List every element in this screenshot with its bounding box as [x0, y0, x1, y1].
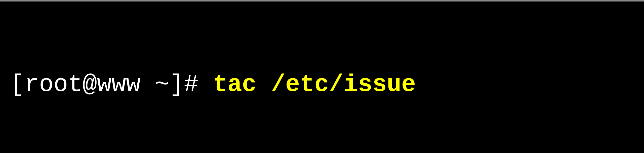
shell-prompt: [root@www ~]# — [10, 71, 198, 98]
command-text: tac /etc/issue — [213, 71, 416, 98]
terminal-window: [root@www ~]# tac /etc/issue Kernel \r o… — [10, 7, 644, 153]
command-line[interactable]: [root@www ~]# tac /etc/issue — [10, 69, 644, 101]
